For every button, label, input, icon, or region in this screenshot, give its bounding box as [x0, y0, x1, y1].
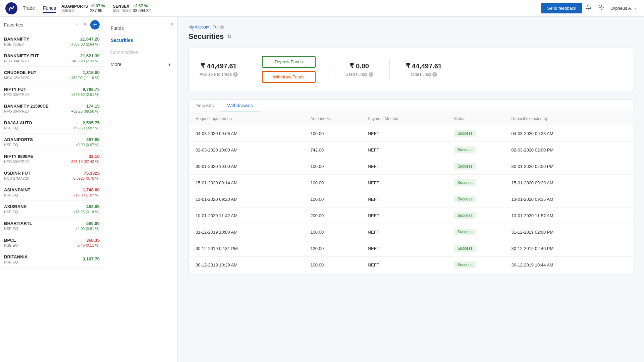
- wl-item-price: 500.00: [75, 221, 100, 226]
- cell-amount: 200.00: [310, 213, 368, 218]
- watchlist-item[interactable]: NIFTY 9800PE NFO 30APR20 32.10 -223.10 (…: [0, 150, 104, 167]
- sidebar-item-commodities: Commodities: [104, 46, 177, 58]
- funds-divider-1: [329, 59, 329, 79]
- wl-item-sub: NFO 30APR20: [4, 59, 39, 63]
- wl-item-name: BAJAJ-AUTO: [4, 120, 32, 125]
- bell-icon[interactable]: [595, 3, 608, 13]
- svg-point-0: [601, 7, 602, 8]
- cell-status: Success: [454, 196, 511, 202]
- cell-method: NEFT: [368, 131, 454, 136]
- user-name: Orpheus A.: [610, 6, 632, 11]
- watchlist-item[interactable]: BPCL NSE EQ 360.35 -0.40 (0.11 %): [0, 234, 104, 251]
- wl-item-sub: NSE EQ: [4, 243, 18, 247]
- col-header-status: Status: [454, 116, 511, 121]
- watchlist-item[interactable]: AXISBANK NSE EQ 453.05 +13.95 (3.18 %): [0, 201, 104, 218]
- watchlist-item[interactable]: BANKNIFTY NSE INDEX 21,647.20 +557.00 (2…: [0, 33, 104, 50]
- watchlist-item[interactable]: BAJAJ-AUTO NSE EQ 2,595.75 +96.60 (3.87 …: [0, 117, 104, 134]
- cell-date: 04-03-2020 09:08 AM: [196, 131, 310, 136]
- watchlist-item[interactable]: BANKNIFTY 21500CE NFO 30APR20 174.15 +82…: [0, 100, 104, 117]
- cell-expected: 02-03-2020 02:00 PM: [512, 147, 626, 153]
- watchlist-item[interactable]: ADANIPORTS NSE EQ 287.85 +0.20 (0.07 %): [0, 134, 104, 150]
- wl-item-change: +13.95 (3.18 %): [73, 210, 100, 214]
- table-row[interactable]: 10-01-2020 11:42 AM 200.00 NEFT Success …: [189, 207, 633, 224]
- watchlist-item[interactable]: BRITANNIA NSE EQ 3,167.70: [0, 251, 104, 268]
- filter-icon[interactable]: [74, 21, 80, 28]
- col-header-date: Request updated on: [196, 116, 310, 121]
- used-info-icon[interactable]: ?: [369, 72, 373, 77]
- table-row[interactable]: 30-01-2020 10:00 AM 100.00 NEFT Success …: [189, 158, 633, 175]
- status-badge: Success: [454, 261, 476, 268]
- sensex-label: SENSEX: [113, 4, 131, 9]
- wl-item-sub: MCX 18MAY20: [4, 76, 37, 80]
- tab-deposits[interactable]: Deposits: [189, 100, 220, 112]
- wl-item-name: BPCL: [4, 238, 18, 243]
- watchlist-items: BANKNIFTY NSE INDEX 21,647.20 +557.00 (2…: [0, 33, 104, 362]
- wl-item-sub: NSE EQ: [4, 143, 33, 147]
- add-watchlist-button[interactable]: +: [90, 20, 100, 29]
- cell-status: Success: [454, 245, 511, 252]
- watchlist-item[interactable]: CRUDEOIL FUT MCX 18MAY20 1,315.00 +132.0…: [0, 67, 104, 83]
- available-info-icon[interactable]: ?: [233, 72, 238, 77]
- tab-withdrawals[interactable]: Withdrawals: [220, 100, 259, 112]
- sidebar-more-label: More: [111, 62, 121, 67]
- wl-item-change: +557.00 (2.64 %): [71, 42, 100, 46]
- wl-item-name: NIFTY FUT: [4, 87, 29, 92]
- cell-method: NEFT: [368, 164, 454, 169]
- table-row[interactable]: 31-12-2019 10:00 AM 100.00 NEFT Success …: [189, 224, 633, 240]
- breadcrumb-link[interactable]: My Account: [189, 25, 209, 29]
- watchlist-select[interactable]: Favorties: [4, 22, 71, 27]
- watchlist-item[interactable]: BHARTIARTL NSE EQ 500.00 +4.00 (0.81 %): [0, 218, 104, 234]
- breadcrumb: My Account / Funds: [189, 25, 633, 29]
- status-badge: Success: [454, 196, 476, 202]
- table-row[interactable]: 30-12-2019 02:31 PM 120.00 NEFT Success …: [189, 240, 633, 257]
- watchlist-item[interactable]: ASIANPAINT NSE EQ 1,748.60 -18.90 (1.07 …: [0, 184, 104, 201]
- status-badge: Success: [454, 245, 476, 252]
- nav-links: Trade Funds: [23, 4, 56, 13]
- watchlist-item[interactable]: NIFTY FUT NFO 30APR20 9,798.75 +249.60 (…: [0, 83, 104, 100]
- sidebar-more[interactable]: More ▾: [104, 58, 177, 70]
- nav-funds[interactable]: Funds: [43, 4, 56, 13]
- wl-item-sub: NFO 30APR20: [4, 109, 49, 113]
- wl-item-change: +0.20 (0.07 %): [75, 143, 100, 147]
- cell-expected: 31-12-2019 02:00 PM: [512, 230, 626, 235]
- sidebar-close-button[interactable]: ×: [170, 21, 173, 28]
- cell-expected: 30-12-2019 02:46 PM: [512, 246, 626, 251]
- cell-method: NEFT: [368, 147, 454, 153]
- watchlist-item[interactable]: BANKNIFTY FUT NFO 30APR20 21,621.30 +493…: [0, 50, 104, 67]
- cell-amount: 742.00: [310, 147, 368, 153]
- user-menu[interactable]: Orpheus A. ▾: [608, 6, 639, 11]
- cell-amount: 100.00: [310, 164, 368, 169]
- funds-actions: Deposit Funds Withdraw Funds: [262, 56, 316, 83]
- sidebar-item-securities[interactable]: Securities: [104, 34, 177, 46]
- wl-item-change: +249.60 (2.61 %): [71, 93, 100, 97]
- table-row[interactable]: 02-03-2020 10:00 AM 742.00 NEFT Success …: [189, 142, 633, 158]
- cell-date: 30-01-2020 10:00 AM: [196, 164, 310, 169]
- cell-method: NEFT: [368, 262, 454, 267]
- total-funds-section: ₹ 44,497.61 Total Funds ?: [392, 62, 455, 77]
- cell-status: Success: [454, 229, 511, 235]
- status-badge: Success: [454, 212, 476, 219]
- ticker-adaniports: ADANIPORTS NSE EQ +0.07 % 287.85: [61, 4, 105, 13]
- table-row[interactable]: 15-01-2020 09:14 AM 100.00 NEFT Success …: [189, 175, 633, 191]
- tabs: Deposits Withdrawals: [189, 100, 633, 112]
- notification-icon[interactable]: [582, 3, 595, 13]
- close-watchlist-icon[interactable]: [82, 21, 88, 28]
- total-info-icon[interactable]: ?: [432, 72, 437, 77]
- withdraw-funds-button[interactable]: Withdraw Funds: [262, 71, 316, 83]
- cell-status: Success: [454, 212, 511, 219]
- wl-item-change: -0.5925 (0.78 %): [72, 176, 100, 180]
- cell-date: 31-12-2019 10:00 AM: [196, 230, 310, 235]
- cell-date: 13-01-2020 09:20 AM: [196, 197, 310, 202]
- status-badge: Success: [454, 179, 476, 186]
- available-funds-label: Available to Trade ?: [200, 72, 238, 77]
- table-row[interactable]: 30-12-2019 10:29 AM 100.00 NEFT Success …: [189, 257, 633, 273]
- watchlist-item[interactable]: USDINR FUT NCD 27MAY20 75.3325 -0.5925 (…: [0, 167, 104, 184]
- nav-trade[interactable]: Trade: [23, 4, 35, 13]
- table-row[interactable]: 04-03-2020 09:08 AM 100.00 NEFT Success …: [189, 125, 633, 142]
- sidebar-item-funds[interactable]: Funds: [104, 22, 177, 34]
- col-header-amount: Amount (₹): [310, 116, 368, 121]
- deposit-funds-button[interactable]: Deposit Funds: [262, 56, 316, 68]
- send-feedback-button[interactable]: Send feedback: [541, 3, 582, 13]
- table-row[interactable]: 13-01-2020 09:20 AM 100.00 NEFT Success …: [189, 191, 633, 207]
- refresh-icon[interactable]: ↻: [227, 34, 231, 40]
